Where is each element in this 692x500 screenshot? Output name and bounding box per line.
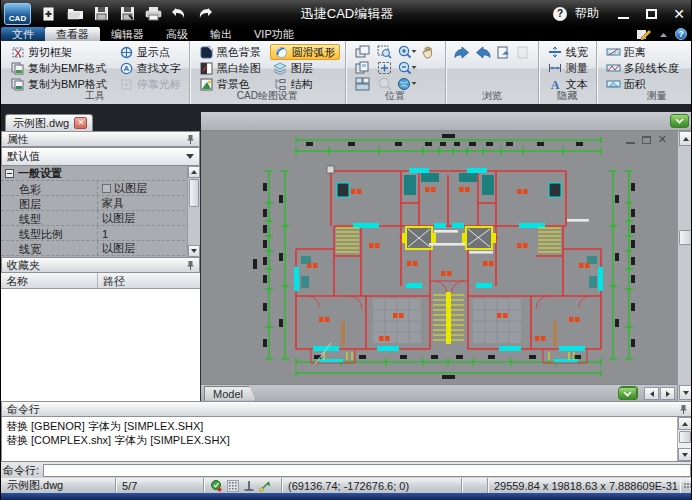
layers-button[interactable]: 图层 [270, 60, 340, 76]
cut-frame-button[interactable]: 剪切框架 [7, 44, 110, 60]
canvas-vertical-scrollbar[interactable] [677, 131, 692, 401]
zoom-extents-icon[interactable] [377, 61, 392, 75]
favorites-col-name[interactable]: 名称 [1, 273, 98, 288]
status-spacer [462, 478, 488, 493]
scroll-down-icon[interactable] [188, 245, 200, 257]
group-label-tools: 工具 [1, 89, 189, 103]
command-line-entry: 替换 [GBENOR] 字体为 [SIMPLEX.SHX] [6, 419, 674, 433]
panel-expand-button[interactable] [670, 114, 689, 128]
group-label-browse: 浏览 [446, 89, 538, 103]
previous-page-icon[interactable] [516, 46, 531, 59]
property-row-lineweight[interactable]: 线宽 以图层 [1, 241, 200, 256]
feedback-pen-icon[interactable] [636, 28, 652, 40]
pan-hand-icon[interactable] [421, 45, 436, 59]
property-section-row[interactable]: 一般设置 [1, 166, 200, 181]
ribbon: 剪切框架 复制为EMF格式 复制为BMP格式 显示点 [1, 41, 692, 104]
menu-tab-output[interactable]: 输出 [199, 27, 243, 41]
status-toggle-icons [204, 478, 282, 493]
scroll-up-icon[interactable] [188, 166, 200, 178]
collapse-section-icon[interactable] [5, 169, 14, 178]
menu-tab-editor[interactable]: 编辑器 [100, 27, 155, 41]
copy-emf-button[interactable]: 复制为EMF格式 [7, 60, 110, 76]
minimize-icon [618, 17, 629, 19]
menu-tab-viewer[interactable]: 查看器 [45, 27, 100, 41]
find-text-icon: A [119, 61, 134, 75]
document-tab-row: 示例图.dwg ✕ [1, 112, 201, 131]
distance-icon [606, 45, 621, 59]
find-text-button[interactable]: A 查找文字 [116, 60, 184, 76]
distance-button[interactable]: 距离 [603, 44, 688, 60]
ribbon-group-browse: 浏览 [445, 41, 538, 104]
measure-toggle-button[interactable]: 测量 [545, 60, 591, 76]
scroll-left-icon[interactable] [644, 387, 659, 400]
maximize-button[interactable] [641, 5, 661, 23]
menu-tab-file[interactable]: 文件 [1, 27, 45, 41]
property-preset-select[interactable]: 默认值 [1, 147, 200, 166]
grid-icon[interactable] [227, 480, 239, 492]
polar-tracking-icon[interactable] [259, 480, 272, 492]
property-row-ltscale[interactable]: 线型比例 1 [1, 226, 200, 241]
property-row-linetype[interactable]: 线型 以图层 [1, 211, 200, 226]
close-button[interactable]: ✕ [669, 5, 689, 23]
bw-drawing-button[interactable]: 黑白绘图 [196, 60, 264, 76]
mdi-minimize-icon[interactable] [626, 142, 635, 144]
osnap-icon[interactable] [210, 480, 223, 492]
scrollbar-thumb[interactable] [679, 230, 692, 245]
new-file-button[interactable] [36, 3, 62, 25]
scrollbar-thumb[interactable] [189, 179, 199, 207]
property-row-color[interactable]: 色彩 以图层 [1, 181, 200, 196]
command-prompt-label: 命令行: [3, 463, 39, 478]
menu-tab-advanced[interactable]: 高级 [155, 27, 199, 41]
resize-grip[interactable] [684, 483, 692, 489]
property-row-layer[interactable]: 图层 家具 [1, 196, 200, 211]
next-page-icon[interactable] [496, 46, 511, 59]
scrollbar-thumb[interactable] [679, 431, 691, 443]
command-input[interactable] [43, 464, 691, 477]
next-view-icon[interactable] [475, 46, 491, 59]
property-grid-scrollbar[interactable] [187, 166, 200, 257]
open-file-button[interactable] [62, 3, 88, 25]
scroll-down-icon[interactable] [679, 385, 692, 400]
command-history[interactable]: 替换 [GBENOR] 字体为 [SIMPLEX.SHX] 替换 [COMPLE… [1, 417, 692, 462]
command-line-entry: 替换 [COMPLEX.shx] 字体为 [SIMPLEX.SHX] [6, 433, 674, 447]
document-tab-strip [1, 104, 692, 112]
tab-close-icon[interactable]: ✕ [74, 117, 87, 129]
ortho-icon[interactable] [243, 480, 255, 492]
help-label[interactable]: 帮助 [575, 5, 599, 22]
scroll-up-icon[interactable] [678, 417, 692, 430]
new-window-icon[interactable] [355, 45, 370, 59]
save-button[interactable] [88, 3, 114, 25]
quick-help-icon[interactable]: ? [675, 28, 687, 40]
favorites-col-path[interactable]: 路径 [98, 273, 130, 288]
save-as-button[interactable] [114, 3, 140, 25]
layout-expand-button[interactable] [618, 387, 637, 400]
zoom-out-icon[interactable] [397, 61, 417, 75]
drawing-canvas[interactable]: ✕ [201, 131, 677, 384]
measure-toggle-icon [548, 61, 563, 75]
minimize-button[interactable] [613, 5, 633, 23]
favorites-list[interactable] [1, 289, 200, 401]
mdi-restore-icon[interactable] [642, 136, 651, 144]
scroll-down-icon[interactable] [678, 448, 692, 461]
menu-tab-vip[interactable]: VIP功能 [243, 27, 305, 41]
smooth-arc-button[interactable]: 圆滑弧形 [270, 44, 340, 60]
pin-icon[interactable] [186, 134, 195, 145]
mdi-close-icon[interactable]: ✕ [658, 134, 667, 145]
pin-icon[interactable] [679, 404, 688, 415]
zoom-in-icon[interactable] [397, 45, 417, 59]
polyline-length-button[interactable]: 多段线长度 [603, 60, 688, 76]
lineweight-button[interactable]: 线宽 [545, 44, 591, 60]
scroll-right-icon[interactable] [660, 387, 675, 400]
document-tab[interactable]: 示例图.dwg ✕ [5, 114, 93, 131]
scroll-up-icon[interactable] [679, 131, 692, 146]
previous-view-icon[interactable] [454, 46, 470, 59]
command-scrollbar[interactable] [677, 417, 692, 461]
black-background-button[interactable]: 黑色背景 [196, 44, 264, 60]
copy-view-icon[interactable] [355, 61, 370, 75]
help-icon[interactable]: ? [553, 7, 567, 21]
collapse-ribbon-icon[interactable] [659, 31, 668, 38]
pin-icon[interactable] [186, 260, 195, 271]
show-point-button[interactable]: 显示点 [116, 44, 184, 60]
model-tab[interactable]: Model [204, 386, 256, 401]
zoom-window-icon[interactable] [377, 45, 392, 59]
